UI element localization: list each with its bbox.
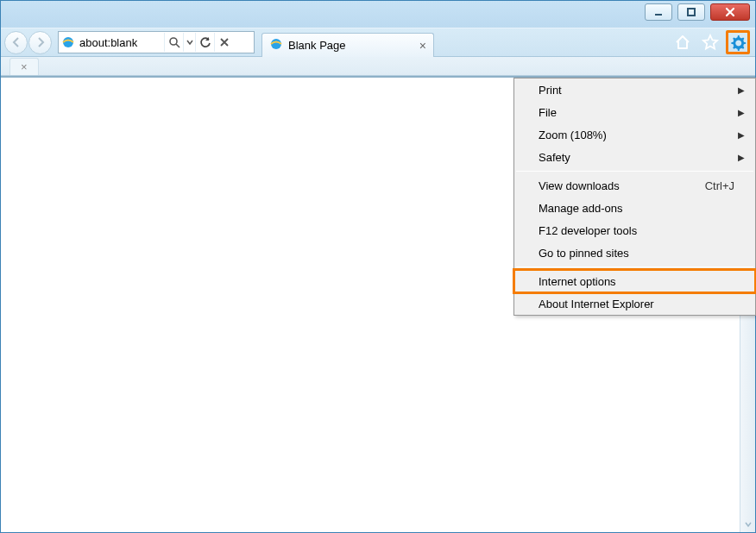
secondary-tab-row: ×	[1, 57, 755, 76]
content-wrap: Print ▶ File ▶ Zoom (108%) ▶ Safety ▶ Vi…	[1, 76, 755, 532]
toolbar: Blank Page ×	[1, 28, 755, 57]
tabstrip: Blank Page ×	[261, 28, 434, 57]
menu-label: View downloads	[539, 179, 620, 192]
menu-item-about-ie[interactable]: About Internet Explorer	[514, 292, 755, 315]
svg-point-5	[271, 39, 281, 49]
toolbar-right	[671, 30, 752, 54]
home-icon	[673, 33, 692, 52]
svg-point-3	[170, 38, 177, 45]
menu-item-manage-addons[interactable]: Manage add-ons	[514, 197, 755, 219]
back-arrow-icon	[10, 36, 22, 48]
ie-logo-icon	[59, 35, 78, 49]
tab-title: Blank Page	[288, 39, 346, 52]
menu-label: Zoom (108%)	[539, 129, 607, 141]
menu-item-pinned-sites[interactable]: Go to pinned sites	[514, 241, 755, 264]
ie-window: Blank Page × ×	[0, 0, 756, 533]
maximize-button[interactable]	[677, 3, 705, 21]
home-button[interactable]	[671, 30, 695, 54]
submenu-arrow-icon: ▶	[738, 153, 745, 162]
tab-close-button[interactable]: ×	[419, 39, 426, 53]
tab-blank-page[interactable]: Blank Page ×	[261, 33, 434, 57]
menu-separator	[516, 266, 753, 267]
close-button[interactable]	[710, 3, 750, 21]
favorites-button[interactable]	[698, 30, 722, 54]
menu-label: About Internet Explorer	[539, 298, 654, 310]
menu-item-zoom[interactable]: Zoom (108%) ▶	[514, 123, 755, 146]
svg-point-2	[63, 37, 73, 47]
secondary-tab[interactable]: ×	[9, 58, 39, 75]
refresh-icon	[199, 36, 211, 48]
menu-label: Internet options	[539, 275, 616, 288]
menu-label: File	[539, 106, 557, 119]
chevron-down-icon	[186, 39, 193, 46]
svg-rect-1	[688, 9, 695, 16]
close-icon	[725, 7, 735, 17]
tools-button[interactable]	[726, 30, 750, 54]
tools-menu: Print ▶ File ▶ Zoom (108%) ▶ Safety ▶ Vi…	[513, 78, 756, 316]
search-dropdown[interactable]	[183, 33, 195, 52]
menu-item-print[interactable]: Print ▶	[514, 78, 755, 101]
menu-label: Manage add-ons	[539, 202, 623, 215]
menu-shortcut: Ctrl+J	[705, 179, 734, 192]
menu-item-f12-devtools[interactable]: F12 developer tools	[514, 219, 755, 241]
submenu-arrow-icon: ▶	[738, 85, 745, 95]
menu-item-file[interactable]: File ▶	[514, 101, 755, 123]
menu-label: F12 developer tools	[539, 224, 637, 237]
secondary-tab-close[interactable]: ×	[21, 60, 28, 73]
ie-logo-icon	[269, 37, 283, 53]
minimize-icon	[653, 7, 664, 17]
stop-button[interactable]	[214, 33, 233, 52]
url-input[interactable]	[78, 33, 164, 52]
back-button[interactable]	[4, 31, 28, 54]
menu-item-view-downloads[interactable]: View downloads Ctrl+J	[514, 174, 755, 197]
submenu-arrow-icon: ▶	[738, 130, 745, 140]
star-icon	[701, 33, 720, 52]
submenu-arrow-icon: ▶	[738, 108, 745, 117]
scroll-down-button[interactable]	[740, 517, 755, 532]
search-button[interactable]	[164, 33, 183, 52]
refresh-button[interactable]	[195, 33, 214, 52]
address-bar[interactable]	[58, 31, 255, 53]
minimize-button[interactable]	[645, 3, 672, 21]
menu-label: Go to pinned sites	[539, 247, 629, 260]
search-icon	[168, 36, 180, 48]
menu-label: Print	[539, 84, 562, 97]
maximize-icon	[686, 7, 696, 17]
chevron-down-icon	[744, 520, 753, 529]
forward-arrow-icon	[35, 36, 47, 48]
stop-icon	[219, 37, 230, 47]
forward-button[interactable]	[28, 31, 52, 54]
titlebar	[1, 1, 755, 28]
gear-icon	[728, 33, 747, 52]
menu-separator	[516, 171, 753, 172]
svg-line-4	[176, 44, 180, 47]
svg-rect-0	[655, 14, 662, 16]
menu-label: Safety	[539, 151, 570, 164]
menu-item-safety[interactable]: Safety ▶	[514, 146, 755, 168]
menu-item-internet-options[interactable]: Internet options	[514, 270, 755, 292]
